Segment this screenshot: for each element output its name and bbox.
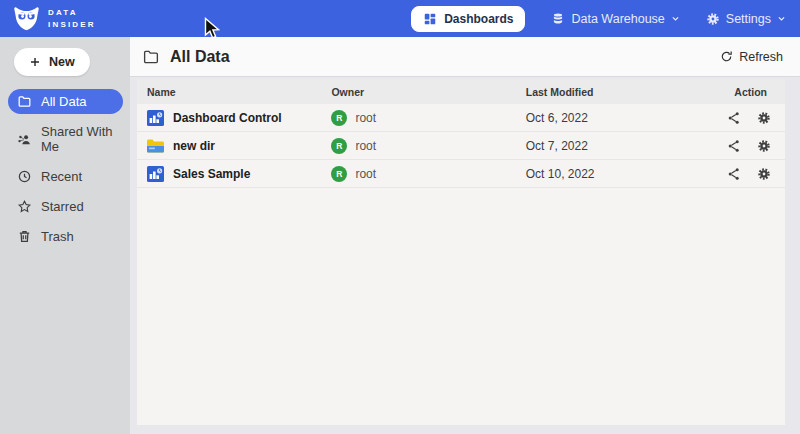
data-warehouse-menu[interactable]: Data Warehouse [551, 12, 679, 26]
settings-menu[interactable]: Settings [706, 12, 786, 26]
owner-name: root [355, 139, 376, 153]
page-body: New All Data [0, 37, 800, 434]
column-header-name: Name [137, 86, 331, 98]
folder-icon [17, 94, 32, 109]
share-icon[interactable] [727, 139, 741, 153]
share-icon[interactable] [727, 167, 741, 181]
owner-avatar: R [331, 166, 347, 182]
file-name: Dashboard Control [173, 111, 282, 125]
dashboard-file-icon [147, 110, 164, 126]
owner-avatar: R [331, 138, 347, 154]
file-name-cell: new dir [137, 139, 331, 153]
last-modified-cell: Oct 10, 2022 [526, 167, 720, 181]
brand-line-1: DATA [48, 7, 96, 19]
sidebar: New All Data [0, 37, 130, 434]
action-cell [720, 139, 785, 153]
file-table-card: Name Owner Last Modified Action [137, 79, 785, 425]
new-button[interactable]: New [14, 48, 90, 76]
owner-avatar: R [331, 110, 347, 126]
refresh-label: Refresh [739, 50, 783, 64]
title-bar: All Data Refresh [130, 37, 800, 77]
share-icon[interactable] [727, 111, 741, 125]
gear-icon[interactable] [757, 111, 771, 125]
sidebar-item-all-data[interactable]: All Data [8, 89, 123, 114]
file-name-cell: Sales Sample [137, 166, 331, 182]
action-cell [720, 111, 785, 125]
action-cell [720, 167, 785, 181]
new-button-label: New [49, 55, 75, 69]
database-icon [551, 12, 565, 26]
table-row[interactable]: Dashboard Control R root Oct 6, 2022 [137, 104, 785, 132]
file-name-cell: Dashboard Control [137, 110, 331, 126]
column-header-last-modified: Last Modified [526, 86, 720, 98]
dashboards-label: Dashboards [444, 12, 513, 26]
sidebar-item-trash[interactable]: Trash [8, 224, 123, 249]
last-modified-cell: Oct 7, 2022 [526, 139, 720, 153]
chevron-down-icon [777, 14, 786, 23]
refresh-icon [720, 50, 733, 63]
sidebar-item-shared-with-me[interactable]: Shared With Me [8, 119, 123, 159]
column-header-action: Action [720, 86, 785, 98]
top-navigation: Dashboards Data Warehouse [411, 6, 786, 32]
brand: DATA INSIDER [13, 6, 96, 31]
sidebar-nav: All Data Shared With Me [0, 89, 130, 249]
gear-icon [706, 12, 720, 26]
sidebar-item-label: Recent [41, 169, 82, 184]
last-modified-cell: Oct 6, 2022 [526, 111, 720, 125]
sidebar-item-label: Shared With Me [41, 124, 114, 154]
dashboards-icon [423, 12, 437, 26]
gear-icon[interactable] [757, 167, 771, 181]
sidebar-item-recent[interactable]: Recent [8, 164, 123, 189]
content-area: Name Owner Last Modified Action [130, 77, 800, 434]
plus-icon [29, 56, 41, 68]
app-window: DATA INSIDER Dashboards [0, 0, 800, 434]
folder-icon [142, 48, 160, 66]
main-area: All Data Refresh Name Owner [130, 37, 800, 434]
table-row[interactable]: Sales Sample R root Oct 10, 2022 [137, 160, 785, 188]
chevron-down-icon [671, 14, 680, 23]
table-row[interactable]: new dir R root Oct 7, 2022 [137, 132, 785, 160]
sidebar-item-starred[interactable]: Starred [8, 194, 123, 219]
column-header-owner: Owner [331, 86, 525, 98]
owner-cell: R root [331, 110, 525, 126]
settings-label: Settings [726, 12, 771, 26]
sidebar-item-label: Trash [41, 229, 74, 244]
person-share-icon [17, 132, 32, 147]
owner-name: root [355, 167, 376, 181]
file-name: Sales Sample [173, 167, 250, 181]
title-left: All Data [142, 48, 230, 66]
data-warehouse-label: Data Warehouse [571, 12, 664, 26]
gear-icon[interactable] [757, 139, 771, 153]
owl-logo-icon [13, 6, 40, 31]
clock-icon [17, 169, 32, 184]
owner-cell: R root [331, 166, 525, 182]
page-title: All Data [170, 48, 230, 66]
owner-name: root [355, 111, 376, 125]
folder-file-icon [147, 139, 164, 153]
table-header-row: Name Owner Last Modified Action [137, 79, 785, 104]
file-name: new dir [173, 139, 215, 153]
sidebar-item-label: All Data [41, 94, 87, 109]
brand-name: DATA INSIDER [48, 7, 96, 30]
refresh-button[interactable]: Refresh [720, 50, 783, 64]
dashboard-file-icon [147, 166, 164, 182]
star-icon [17, 199, 32, 214]
owner-cell: R root [331, 138, 525, 154]
sidebar-item-label: Starred [41, 199, 84, 214]
dashboards-button[interactable]: Dashboards [411, 6, 525, 32]
top-bar: DATA INSIDER Dashboards [0, 0, 800, 37]
brand-line-2: INSIDER [48, 19, 96, 31]
trash-icon [17, 229, 32, 244]
